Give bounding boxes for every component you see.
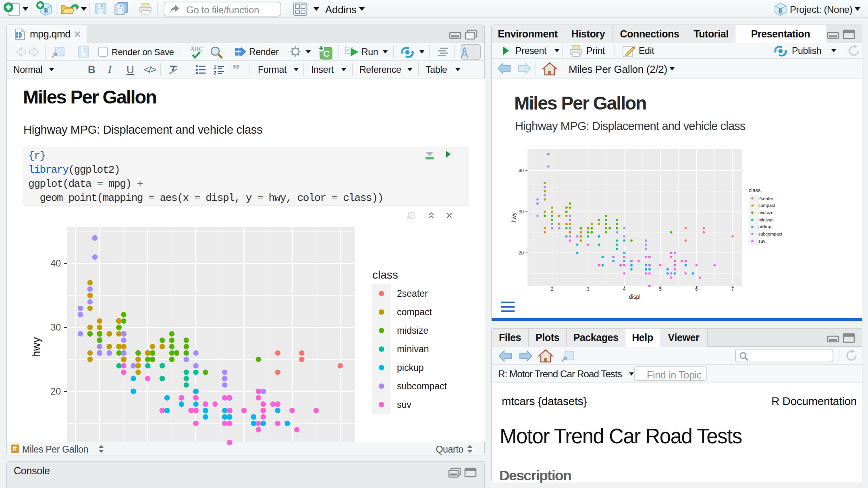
svg-text:compact: compact — [758, 203, 775, 208]
svg-text:pickup: pickup — [758, 224, 771, 229]
svg-text:2seater: 2seater — [397, 288, 428, 299]
svg-text:R: R — [44, 7, 48, 14]
svg-text:pickup: pickup — [397, 362, 424, 373]
svg-text:20: 20 — [519, 250, 524, 256]
svg-text:ABC: ABC — [190, 45, 204, 52]
svg-text:subcompact: subcompact — [758, 232, 782, 236]
svg-text:1: 1 — [214, 64, 216, 70]
svg-text:subcompact: subcompact — [397, 381, 447, 391]
svg-text:3: 3 — [587, 286, 590, 292]
svg-text:midsize: midsize — [397, 325, 428, 336]
svg-text:30: 30 — [519, 209, 524, 215]
svg-text:minivan: minivan — [758, 217, 774, 222]
svg-text:suv: suv — [758, 239, 766, 244]
svg-text:hwy: hwy — [511, 213, 517, 223]
svg-text:compact: compact — [397, 307, 432, 317]
svg-text:displ: displ — [629, 294, 641, 300]
svg-text:suv: suv — [397, 399, 411, 410]
svg-text:R: R — [779, 7, 783, 14]
svg-text:20: 20 — [50, 386, 61, 397]
svg-text:4: 4 — [623, 286, 626, 292]
svg-text:7: 7 — [731, 286, 734, 292]
svg-text:5: 5 — [659, 286, 662, 292]
svg-text:6: 6 — [695, 286, 698, 292]
svg-text:40: 40 — [50, 258, 61, 269]
svg-text:2: 2 — [214, 70, 216, 76]
svg-text:C: C — [323, 49, 330, 59]
svg-text:2: 2 — [550, 286, 553, 292]
svg-text:minivan: minivan — [397, 344, 429, 354]
svg-text:2seater: 2seater — [758, 196, 773, 201]
svg-text:class: class — [749, 187, 761, 193]
svg-text:class: class — [372, 269, 398, 281]
svg-text:hwy: hwy — [30, 337, 42, 357]
svg-text:40: 40 — [519, 168, 524, 174]
svg-text:30: 30 — [50, 322, 61, 333]
svg-text:midsize: midsize — [758, 210, 773, 215]
